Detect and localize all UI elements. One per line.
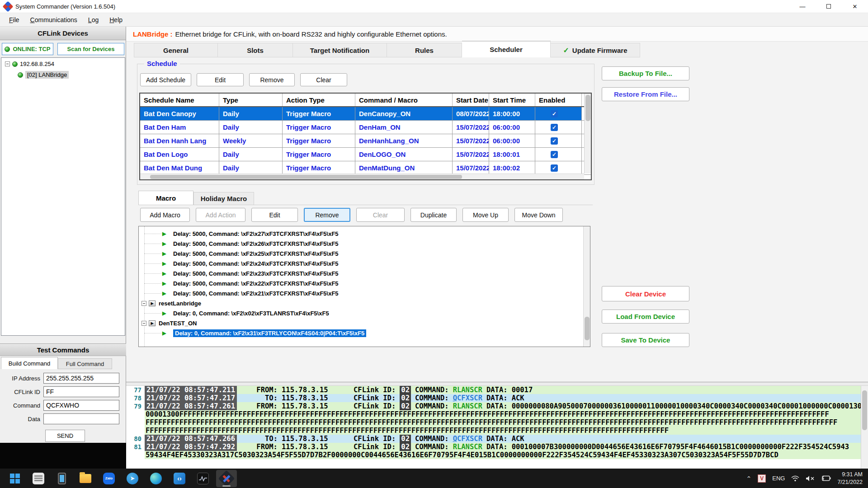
log-row[interactable]: FFFFFFFFFFFFFFFFFFFFFFFFFFFFFFFFFFFFFFFF… [126,418,868,427]
tab-scheduler[interactable]: Scheduler [462,41,551,57]
collapse-icon[interactable] [142,301,146,306]
schedule-table-vscrollbar[interactable] [584,94,591,174]
tree-item[interactable]: ▶Delay: 5000, Command: \xF2\x24\xF3TCFXR… [139,258,590,268]
enabled-checkbox[interactable]: ✓ [551,164,558,172]
device-tree-root[interactable]: 192.68.8.254 [5,61,54,67]
taskbar-icon-system-commander[interactable] [216,470,237,487]
tree-item[interactable]: ▶Delay: 5000, Command: \xF2\x27\xF3TCFXR… [139,229,590,239]
enabled-checkbox[interactable]: ✓ [551,137,558,145]
table-row[interactable]: Bat Den HamDailyTrigger MacroDenHam_ON15… [140,121,591,134]
log-row[interactable]: 7721/07/22 08:57:47.211FROM:115.78.3.15C… [126,386,868,394]
enabled-checkbox[interactable]: ✓ [551,151,558,158]
taskbar-icon-file-explorer[interactable] [75,470,96,487]
macro-edit-button[interactable]: Edit [251,208,298,222]
collapse-icon[interactable] [142,321,146,326]
start-button[interactable] [5,470,25,487]
tree-item[interactable]: ▶Delay: 0, Command: \xF2\x02\xF3TLANRST\… [139,308,590,318]
schedule-edit-button[interactable]: Edit [197,73,244,86]
tree-item[interactable]: ▶Delay: 5000, Command: \xF2\x25\xF3TCFXR… [139,249,590,258]
macro-add-macro-button[interactable]: Add Macro [140,208,190,222]
log-splitter[interactable] [126,382,868,386]
schedule-table-hscrollbar[interactable] [140,174,584,179]
table-row[interactable]: Bat Den LogoDailyTrigger MacroDenLOGO_ON… [140,148,591,161]
log-row[interactable]: 7821/07/22 08:57:47.217TO:115.78.3.15CFL… [126,394,868,402]
log-row[interactable]: 59434F4EF45330323A317C5030323A54F5F55D7D… [126,451,868,459]
table-row[interactable]: Bat Den Mat DungDailyTrigger MacroDenMat… [140,161,591,175]
tab-update-firmware[interactable]: ✓Update Firmware [551,43,640,57]
table-row[interactable]: Bat Den Hanh LangWeeklyTrigger MacroDenH… [140,134,591,148]
scrollbar-thumb[interactable] [862,390,867,430]
tree-item[interactable]: ▶Delay: 5000, Command: \xF2\x26\xF3TCFXR… [139,239,590,249]
taskbar-icon-vscode[interactable]: ‹› [169,470,190,487]
tree-item[interactable]: ▶Delay: 5000, Command: \xF2\x23\xF3TCFXR… [139,268,590,278]
tree-item[interactable]: ▶resetLanbridge [139,298,590,308]
language-indicator[interactable]: ENG [772,475,785,482]
tree-item[interactable]: ▶Delay: 5000, Command: \xF2\x22\xF3TCFXR… [139,278,590,288]
log-row[interactable]: FFFFFFFFFFFFFFFFFFFFFFFFFFFFFFFFFFFFFFFF… [126,427,868,435]
log-row[interactable]: 8021/07/22 08:57:47.266TO:115.78.3.15CFL… [126,435,868,443]
clear-device-button[interactable]: Clear Device [602,286,689,301]
log-vscrollbar[interactable] [861,386,868,469]
restore-from-file-button[interactable]: Restore From File... [602,87,689,101]
tab-macro[interactable]: Macro [138,191,193,205]
enabled-checkbox[interactable]: ✓ [551,110,558,117]
load-from-device-button[interactable]: Load From Device [602,310,689,324]
macro-move-down-button[interactable]: Move Down [514,208,563,222]
log-row[interactable]: 7921/07/22 08:57:47.261FROM:115.78.3.15C… [126,402,868,410]
taskbar-icon-edge[interactable] [146,470,166,487]
taskbar-icon-phone-link[interactable] [52,470,72,487]
clock[interactable]: 9:31 AM 7/21/2022 [837,471,863,486]
tab-general[interactable]: General [134,43,218,57]
tab-build-command[interactable]: Build Command [1,357,58,369]
data-input[interactable] [43,413,119,424]
tab-holiday-macro[interactable]: Holiday Macro [193,192,254,205]
close-button[interactable]: ✕ [842,0,868,13]
taskbar-icon-logic-app[interactable] [193,470,213,487]
macro-add-action-button[interactable]: Add Action [196,208,245,222]
ip-address-input[interactable] [43,373,119,384]
online-status-button[interactable]: ONLINE: TCP [2,43,53,55]
menu-item-help[interactable]: Help [104,14,128,25]
volume-muted-icon[interactable] [806,475,815,482]
save-to-device-button[interactable]: Save To Device [602,333,689,347]
tab-full-command[interactable]: Full Command [58,358,112,369]
schedule-clear-button[interactable]: Clear [300,73,347,86]
tab-rules[interactable]: Rules [387,43,462,57]
menu-item-communications[interactable]: Communications [25,14,83,25]
macro-clear-button[interactable]: Clear [356,208,405,222]
tree-item[interactable]: ▶DenTEST_ON [139,318,590,328]
scrollbar-thumb[interactable] [150,175,462,179]
tab-target-notification[interactable]: Target Notification [293,43,387,57]
wifi-icon[interactable] [791,475,799,482]
schedule-remove-button[interactable]: Remove [249,73,295,86]
schedule-add-schedule-button[interactable]: Add Schedule [140,73,191,86]
taskbar-icon-zalo[interactable]: Zalo [99,470,119,487]
scan-for-devices-button[interactable]: Scan for Devices [57,43,124,55]
tray-v-app-icon[interactable]: V [758,474,766,483]
taskbar-icon-telegram[interactable]: ➤ [122,470,143,487]
battery-icon[interactable] [821,475,831,481]
minimize-button[interactable]: — [789,0,816,13]
maximize-button[interactable] [816,0,842,13]
macro-remove-button[interactable]: Remove [304,208,350,222]
collapse-icon[interactable] [5,61,10,66]
tray-chevron-icon[interactable]: ⌃ [746,475,751,482]
command-input[interactable] [43,400,119,411]
macro-move-up-button[interactable]: Move Up [462,208,509,222]
tree-item[interactable]: ▶Delay: 5000, Command: \xF2\x21\xF3TCFXR… [139,288,590,298]
device-tree-child[interactable]: [02] LANBridge [18,71,69,79]
table-row[interactable]: Bat Den CanopyDailyTrigger MacroDenCanop… [140,107,591,121]
tree-item[interactable]: ▶Delay: 0, Command: \xF2\x31\xF3TRLYCON\… [139,328,590,338]
tab-slots[interactable]: Slots [218,43,293,57]
enabled-checkbox[interactable]: ✓ [551,124,558,131]
menu-item-file[interactable]: File [4,14,25,25]
send-button[interactable]: SEND [45,430,85,442]
macro-duplicate-button[interactable]: Duplicate [410,208,457,222]
backup-to-file-button[interactable]: Backup To File... [602,66,689,80]
log-row[interactable]: 00001300FFFFFFFFFFFFFFFFFFFFFFFFFFFFFFFF… [126,410,868,418]
cflink-id-input[interactable] [43,386,119,397]
log-row[interactable]: 8121/07/22 08:57:47.292FROM:115.78.3.15C… [126,443,868,451]
scrollbar-thumb[interactable] [585,95,590,121]
menu-item-log[interactable]: Log [83,14,104,25]
taskbar-icon-keyboard[interactable] [28,470,49,487]
